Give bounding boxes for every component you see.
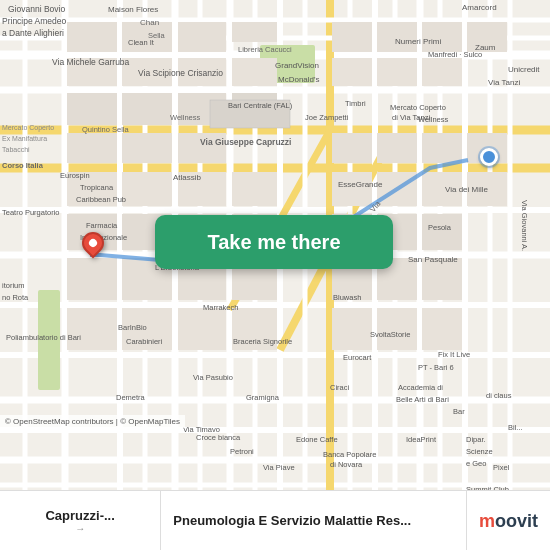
take-me-there-button[interactable]: Take me there [155,215,393,269]
moovit-wordmark: oovit [495,511,538,531]
moovit-logo: moovit [466,491,550,550]
map-container: Giovanni Bovio Principe Amedeo a Dante A… [0,0,550,490]
to-station-name: Pneumologia E Servizio Malattie Res... [173,513,454,528]
from-station-sub: → [75,523,85,534]
current-location-dot [480,148,498,166]
copyright-notice: © OpenStreetMap contributors | © OpenMap… [0,415,185,428]
to-station[interactable]: Pneumologia E Servizio Malattie Res... [161,491,466,550]
take-me-there-label: Take me there [207,231,340,254]
destination-pin [82,232,104,254]
bottom-navigation-bar: Capruzzi-... → Pneumologia E Servizio Ma… [0,490,550,550]
from-station-name: Capruzzi-... [45,508,114,523]
moovit-m: m [479,511,495,531]
from-station[interactable]: Capruzzi-... → [0,491,161,550]
moovit-logo-text: moovit [479,511,538,532]
